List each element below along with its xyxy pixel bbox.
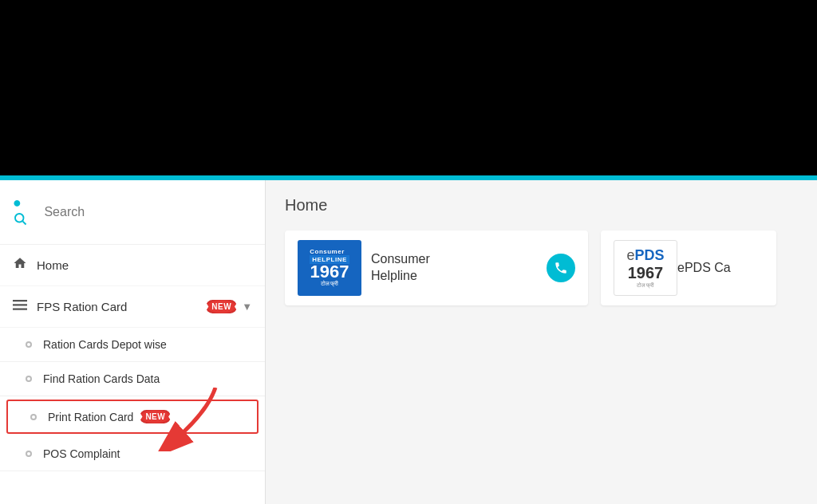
sub-dot-icon: [30, 414, 37, 420]
consumer-helpline-card[interactable]: ConsumerHELPLINE 1967 टोल फ्री ConsumerH…: [285, 230, 588, 305]
print-label: Print Ration Card: [48, 411, 133, 423]
search-icon: ●: [13, 195, 36, 230]
svg-rect-2: [13, 300, 27, 301]
sidebar-item-fps[interactable]: FPS Ration Card NEW ▼: [0, 286, 265, 328]
submenu-item-print[interactable]: Print Ration Card NEW: [6, 400, 259, 434]
cards-row: ConsumerHELPLINE 1967 टोल फ्री ConsumerH…: [285, 230, 798, 305]
consumer-logo-number: 1967: [310, 263, 349, 281]
sub-dot-icon: [26, 451, 32, 457]
consumer-card-title: ConsumerHelpline: [371, 251, 547, 285]
print-item-wrap: Print Ration Card NEW: [0, 400, 265, 434]
black-bar: [0, 0, 817, 175]
fps-label: FPS Ration Card: [37, 300, 201, 313]
epds-card-info: ePDS Ca: [677, 260, 764, 277]
consumer-card-info: ConsumerHelpline: [371, 251, 547, 285]
epds-pds: PDS: [635, 247, 665, 264]
epds-card-title: ePDS Ca: [677, 260, 764, 277]
svg-line-1: [22, 221, 26, 224]
svg-rect-3: [13, 304, 27, 305]
home-icon: [13, 256, 27, 274]
submenu-item-pos[interactable]: POS Complaint: [0, 437, 265, 471]
consumer-helpline-logo: ConsumerHELPLINE 1967 टोल फ्री: [298, 240, 361, 296]
sidebar-item-home[interactable]: Home: [0, 245, 265, 286]
pos-label: POS Complaint: [43, 447, 120, 460]
consumer-logo-sub: टोल फ्री: [321, 281, 339, 287]
search-row: ●: [0, 180, 265, 245]
page-title: Home: [285, 196, 798, 215]
find-label: Find Ration Cards Data: [43, 372, 160, 385]
svg-rect-4: [13, 309, 27, 310]
search-input[interactable]: [44, 205, 252, 219]
epds-number: 1967: [628, 264, 664, 282]
fps-submenu: Ration Cards Depot wise Find Ration Card…: [0, 328, 265, 471]
main-content: Home ConsumerHELPLINE 1967 टोल फ्री Cons…: [266, 180, 817, 504]
submenu-item-depot[interactable]: Ration Cards Depot wise: [0, 328, 265, 362]
submenu-item-find[interactable]: Find Ration Cards Data: [0, 362, 265, 396]
epds-card[interactable]: e PDS 1967 टोल फ्री ePDS Ca: [601, 230, 776, 305]
fps-new-badge: NEW: [206, 300, 237, 313]
epds-logo: e PDS 1967 टोल फ्री: [614, 240, 677, 296]
fps-icon: [13, 297, 27, 316]
epds-sub: टोल फ्री: [637, 282, 655, 289]
home-label: Home: [37, 258, 252, 272]
svg-point-0: [15, 214, 24, 222]
phone-icon[interactable]: [547, 254, 575, 282]
depot-label: Ration Cards Depot wise: [43, 338, 167, 351]
sub-dot-icon: [26, 376, 32, 382]
print-new-badge: NEW: [140, 410, 171, 423]
epds-e: e: [626, 247, 634, 264]
sub-dot-icon: [26, 341, 32, 348]
chevron-down-icon: ▼: [242, 301, 252, 313]
sidebar: ● Home: [0, 180, 266, 504]
